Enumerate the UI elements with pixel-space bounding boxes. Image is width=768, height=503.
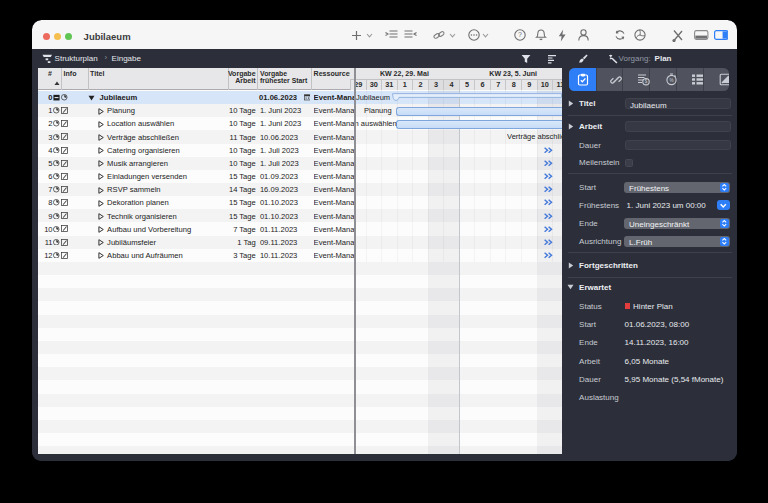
- svg-text:$: $: [645, 80, 648, 85]
- svg-text:?: ?: [518, 32, 522, 39]
- svg-text:%: %: [669, 78, 673, 83]
